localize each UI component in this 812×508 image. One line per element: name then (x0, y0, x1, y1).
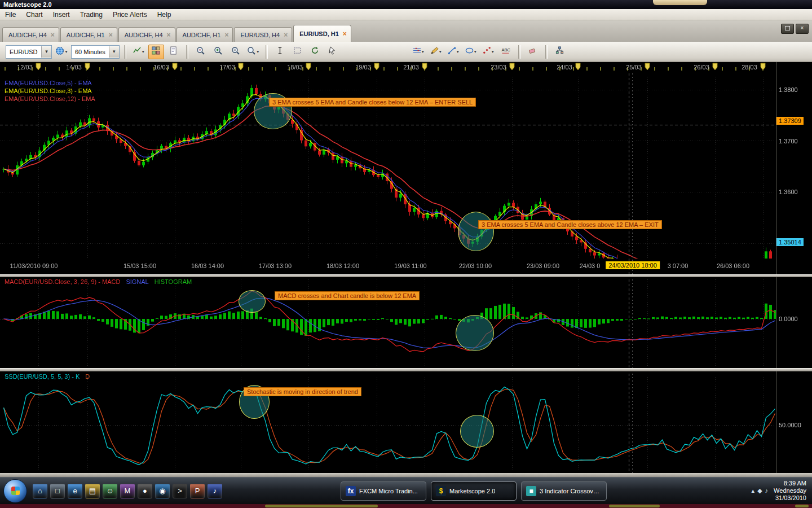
macd-axis[interactable] (776, 277, 812, 368)
grid-icon (152, 46, 160, 57)
tool-group: ▾▾▾▾▾▾▾ABC (121, 45, 568, 59)
taskbar-button-fxcm-micro-tradin[interactable]: fxFXCM Micro Tradin... (341, 481, 426, 501)
tab-close-icon[interactable]: × (224, 32, 228, 38)
users-icon[interactable]: ☺ (103, 484, 117, 498)
main-chart-canvas[interactable] (0, 62, 776, 274)
chevron-down-icon[interactable]: ▾ (142, 49, 144, 54)
tray-icon[interactable]: ♪ (765, 487, 769, 494)
tab-aud-chf-h4-0[interactable]: AUD/CHF, H4× (2, 27, 59, 42)
chevron-down-icon[interactable]: ▾ (109, 46, 119, 58)
macd-panel-canvas[interactable] (0, 277, 776, 368)
price-axis[interactable] (776, 62, 812, 274)
magnify-button[interactable]: ▾ (245, 45, 261, 59)
timeframe-combo[interactable]: 60 Minutes ▾ (71, 45, 120, 59)
stochastic-axis[interactable] (776, 371, 812, 473)
tab-close-icon[interactable]: × (284, 32, 288, 38)
workspace-restore-button[interactable] (781, 24, 794, 34)
workspace-close-button[interactable]: × (796, 24, 809, 34)
ellipse-button[interactable]: ▾ (463, 45, 479, 59)
pencil-draw-button[interactable]: ▾ (428, 45, 444, 59)
chevron-down-icon[interactable]: ▾ (41, 46, 51, 58)
paint-icon[interactable]: P (190, 484, 205, 498)
tab-eur-usd-h1-5[interactable]: EUR/USD, H1× (293, 25, 351, 42)
restore-icon (785, 26, 790, 30)
chevron-down-icon[interactable]: ▾ (457, 49, 459, 54)
zoom-out-button[interactable] (193, 45, 209, 59)
media-player-icon[interactable]: ♪ (208, 484, 222, 498)
refresh-icon (311, 46, 319, 57)
menu-insert[interactable]: Insert (48, 11, 75, 19)
stochastic-panel-canvas[interactable] (0, 371, 776, 473)
tab-close-icon[interactable]: × (167, 32, 171, 38)
eraser-button[interactable] (525, 45, 541, 59)
zoom-in-button[interactable] (210, 45, 226, 59)
chart-type-button[interactable]: ▾ (131, 45, 147, 59)
chevron-down-icon[interactable]: ▾ (422, 49, 424, 54)
menu-file[interactable]: File (0, 11, 21, 19)
chevron-down-icon[interactable]: ▾ (474, 49, 476, 54)
window-switcher-icon[interactable]: □ (50, 484, 65, 498)
media-center-icon[interactable]: M (120, 484, 135, 498)
trendline-icon (448, 46, 456, 57)
data-window-button[interactable] (166, 45, 182, 59)
indicators-button[interactable] (552, 45, 568, 59)
tab-aud-chf-h4-2[interactable]: AUD/CHF, H4× (118, 27, 175, 42)
symbol-combo[interactable]: EUR/USD ▾ (6, 45, 52, 59)
points-button[interactable]: ▾ (480, 45, 496, 59)
tab-label: EUR/USD, H1 (299, 30, 339, 37)
panel-splitter[interactable] (0, 274, 812, 277)
system-tray: ▴◆♪ 8:39 AM Wednesday 31/03/2010 (752, 480, 812, 502)
globe-button[interactable]: ▾ (54, 45, 69, 59)
layout-grid-button[interactable] (148, 45, 164, 59)
tab-close-icon[interactable]: × (51, 32, 55, 38)
tab-close-icon[interactable]: × (343, 31, 347, 37)
chevron-down-icon[interactable]: ▾ (492, 49, 494, 54)
menu-help[interactable]: Help (152, 11, 176, 19)
price-levels-button[interactable]: ▾ (411, 45, 426, 59)
show-desktop-icon[interactable]: ⌂ (33, 484, 47, 498)
menu-bar: FileChartInsertTradingPrice AlertsHelp (0, 9, 812, 20)
pencil-icon (430, 46, 439, 57)
eraser-icon (528, 46, 537, 57)
tab-aud-chf-h1-1[interactable]: AUD/CHF, H1× (60, 27, 117, 42)
taskbar-button-marketscope-2-0[interactable]: $Marketscope 2.0 (431, 481, 517, 501)
start-button[interactable] (3, 479, 27, 503)
tab-label: AUD/CHF, H4 (8, 32, 47, 38)
menu-chart[interactable]: Chart (21, 11, 47, 19)
chevron-down-icon[interactable]: ▾ (65, 49, 67, 54)
text-cursor-button[interactable] (272, 45, 288, 59)
internet-explorer-icon[interactable]: e (68, 484, 82, 498)
tab-eur-usd-h4-4[interactable]: EUR/USD, H4× (234, 27, 292, 42)
folder-icon[interactable]: ▤ (85, 484, 100, 498)
tray-icon[interactable]: ◆ (757, 487, 762, 494)
terminal-icon[interactable]: > (173, 484, 187, 498)
toolbar: EUR/USD ▾ ▾ 60 Minutes ▾ ▾▾▾▾▾▾▾ABC (0, 42, 812, 62)
toolbar-separator (545, 45, 548, 59)
abc-icon: ABC (501, 46, 510, 57)
pointer-button[interactable] (325, 45, 341, 59)
chart-line-icon (133, 46, 142, 57)
tab-close-icon[interactable]: × (109, 32, 113, 38)
tab-aud-chf-h1-3[interactable]: AUD/CHF, H1× (176, 27, 233, 42)
pointer-icon (328, 46, 337, 57)
chevron-down-icon[interactable]: ▾ (257, 49, 259, 54)
trendline-button[interactable]: ▾ (445, 45, 461, 59)
menu-trading[interactable]: Trading (75, 11, 108, 19)
label-abc-button[interactable]: ABC (498, 45, 514, 59)
tray-icon[interactable]: ▴ (752, 487, 755, 494)
panel-splitter[interactable] (0, 368, 812, 371)
magnifier-icon (247, 46, 256, 58)
globe-icon (55, 46, 64, 58)
taskbar-button-icon: ■ (526, 486, 536, 496)
taskbar-button-3-indicator-crossove[interactable]: ■3 Indicator Crossove... (521, 481, 607, 501)
menu-price-alerts[interactable]: Price Alerts (108, 11, 152, 19)
zoom-range-button[interactable] (228, 45, 244, 59)
select-region-button[interactable] (290, 45, 306, 59)
select-icon (293, 46, 302, 57)
globe-icon[interactable]: ◉ (155, 484, 170, 498)
titlebar-accent (653, 0, 707, 5)
chevron-down-icon[interactable]: ▾ (439, 49, 442, 54)
camera-icon[interactable]: ● (138, 484, 152, 498)
refresh-button[interactable] (307, 45, 323, 59)
clock[interactable]: 8:39 AM Wednesday 31/03/2010 (774, 480, 806, 502)
